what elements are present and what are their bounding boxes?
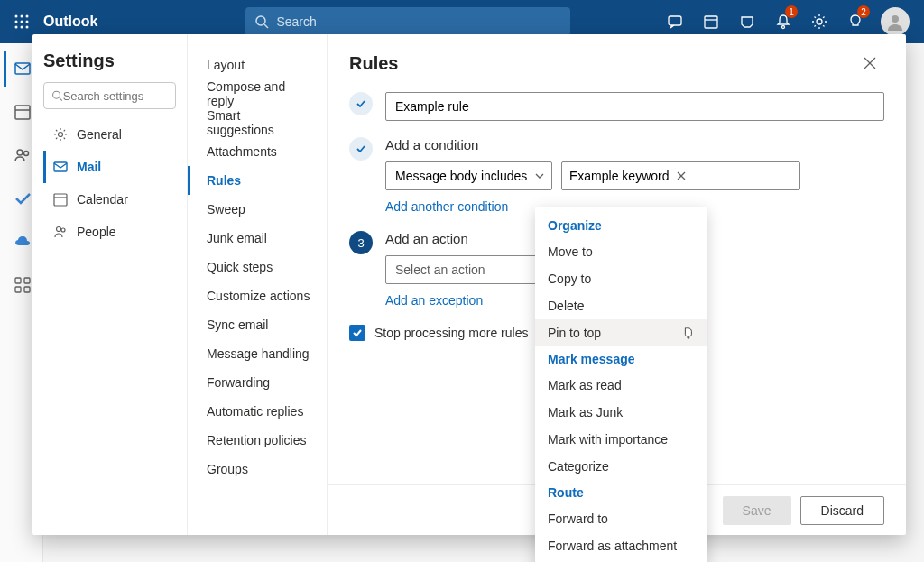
category-label: Mail bbox=[77, 160, 101, 174]
stop-processing-checkbox[interactable] bbox=[349, 325, 365, 341]
menu-mark-importance[interactable]: Mark with importance bbox=[535, 426, 707, 453]
svg-point-21 bbox=[24, 152, 29, 156]
svg-point-1 bbox=[21, 15, 23, 18]
category-people[interactable]: People bbox=[43, 216, 176, 248]
calendar-icon bbox=[14, 103, 32, 121]
person-icon bbox=[886, 13, 904, 31]
category-calendar[interactable]: Calendar bbox=[43, 183, 176, 216]
svg-point-16 bbox=[892, 15, 899, 23]
step1-circle bbox=[349, 92, 373, 115]
category-mail[interactable]: Mail bbox=[43, 151, 176, 183]
menu-mark-junk[interactable]: Mark as Junk bbox=[535, 399, 707, 426]
action-placeholder: Select an action bbox=[395, 263, 485, 277]
global-search[interactable] bbox=[245, 7, 570, 36]
svg-rect-30 bbox=[54, 194, 67, 206]
chevron-down-icon bbox=[535, 171, 544, 180]
menu-forward-attachment[interactable]: Forward as attachment bbox=[535, 532, 707, 559]
search-icon bbox=[254, 14, 269, 29]
add-condition-link[interactable]: Add another condition bbox=[385, 199, 508, 214]
remove-keyword-button[interactable] bbox=[677, 169, 686, 183]
people-icon bbox=[14, 146, 32, 164]
menu-pin-to-top[interactable]: Pin to top bbox=[535, 319, 707, 346]
svg-rect-11 bbox=[669, 16, 681, 25]
action-select[interactable]: Select an action bbox=[385, 255, 552, 284]
sub-groups[interactable]: Groups bbox=[188, 455, 327, 484]
global-search-input[interactable] bbox=[276, 14, 561, 29]
sub-junk[interactable]: Junk email bbox=[188, 224, 327, 253]
cursor-pointer-icon bbox=[681, 327, 694, 339]
check-icon bbox=[352, 327, 363, 338]
sub-layout[interactable]: Layout bbox=[188, 51, 327, 79]
stop-processing-label: Stop processing more rules bbox=[374, 326, 528, 340]
sub-customize-actions[interactable]: Customize actions bbox=[188, 281, 327, 310]
menu-forward-to[interactable]: Forward to bbox=[535, 505, 707, 532]
mail-icon bbox=[14, 60, 32, 78]
add-exception-link[interactable]: Add an exception bbox=[385, 293, 483, 308]
svg-rect-25 bbox=[24, 287, 30, 292]
sub-sync-email[interactable]: Sync email bbox=[188, 310, 327, 339]
svg-rect-22 bbox=[15, 278, 21, 283]
svg-line-27 bbox=[60, 97, 62, 100]
account-avatar[interactable] bbox=[881, 7, 910, 36]
settings-dialog: Settings General Mail Calendar People La… bbox=[32, 34, 906, 535]
menu-header-route: Route bbox=[535, 480, 707, 505]
svg-point-7 bbox=[21, 26, 23, 29]
apps-icon bbox=[14, 276, 32, 294]
condition-type-select[interactable]: Message body includes bbox=[385, 161, 552, 190]
sub-sweep[interactable]: Sweep bbox=[188, 195, 327, 224]
sub-quick-steps[interactable]: Quick steps bbox=[188, 253, 327, 281]
svg-point-32 bbox=[57, 227, 61, 232]
category-label: People bbox=[77, 225, 116, 239]
svg-rect-17 bbox=[15, 63, 30, 74]
action-dropdown-menu: Organize Move to Copy to Delete Pin to t… bbox=[535, 207, 707, 562]
svg-point-15 bbox=[817, 19, 822, 24]
condition-label: Add a condition bbox=[385, 137, 884, 152]
cloud-icon bbox=[14, 233, 32, 251]
check-icon bbox=[356, 143, 366, 154]
rule-name-input[interactable] bbox=[385, 92, 884, 121]
gear-icon bbox=[811, 14, 827, 30]
menu-delete[interactable]: Delete bbox=[535, 292, 707, 319]
check-icon bbox=[356, 98, 366, 109]
chat-icon bbox=[667, 14, 683, 30]
category-label: Calendar bbox=[77, 192, 128, 207]
sub-forwarding[interactable]: Forwarding bbox=[188, 368, 327, 397]
sub-message-handling[interactable]: Message handling bbox=[188, 339, 327, 368]
close-icon bbox=[864, 57, 876, 69]
svg-point-8 bbox=[26, 26, 29, 29]
panel-title: Rules bbox=[349, 53, 398, 74]
search-icon bbox=[51, 89, 63, 102]
svg-point-4 bbox=[21, 21, 23, 23]
svg-point-28 bbox=[59, 133, 63, 137]
condition-value-input[interactable]: Example keyword bbox=[561, 161, 800, 190]
sub-attachments[interactable]: Attachments bbox=[188, 137, 327, 166]
menu-header-mark: Mark message bbox=[535, 346, 707, 372]
save-button[interactable]: Save bbox=[723, 496, 791, 525]
step3-circle: 3 bbox=[349, 231, 373, 254]
svg-line-10 bbox=[264, 24, 268, 28]
menu-mark-read[interactable]: Mark as read bbox=[535, 372, 707, 399]
sub-automatic-replies[interactable]: Automatic replies bbox=[188, 397, 327, 426]
menu-move-to[interactable]: Move to bbox=[535, 238, 707, 265]
close-button[interactable] bbox=[855, 49, 884, 78]
svg-rect-29 bbox=[54, 162, 67, 171]
settings-search[interactable] bbox=[43, 82, 176, 109]
discard-button[interactable]: Discard bbox=[800, 496, 884, 525]
menu-header-organize: Organize bbox=[535, 213, 707, 238]
step2-circle bbox=[349, 137, 373, 161]
close-icon bbox=[677, 171, 686, 180]
gear-icon bbox=[53, 127, 68, 142]
keyword-tag: Example keyword bbox=[569, 169, 670, 183]
sub-retention-policies[interactable]: Retention policies bbox=[188, 426, 327, 455]
sub-smart[interactable]: Smart suggestions bbox=[188, 108, 327, 137]
menu-categorize[interactable]: Categorize bbox=[535, 453, 707, 480]
svg-rect-23 bbox=[24, 278, 30, 283]
settings-search-input[interactable] bbox=[63, 89, 168, 103]
app-launcher[interactable] bbox=[7, 7, 36, 36]
menu-pin-label: Pin to top bbox=[548, 326, 601, 340]
brand-label: Outlook bbox=[43, 14, 97, 30]
sub-compose[interactable]: Compose and reply bbox=[188, 79, 327, 108]
menu-copy-to[interactable]: Copy to bbox=[535, 265, 707, 292]
sub-rules[interactable]: Rules bbox=[188, 166, 327, 195]
category-general[interactable]: General bbox=[43, 118, 176, 151]
